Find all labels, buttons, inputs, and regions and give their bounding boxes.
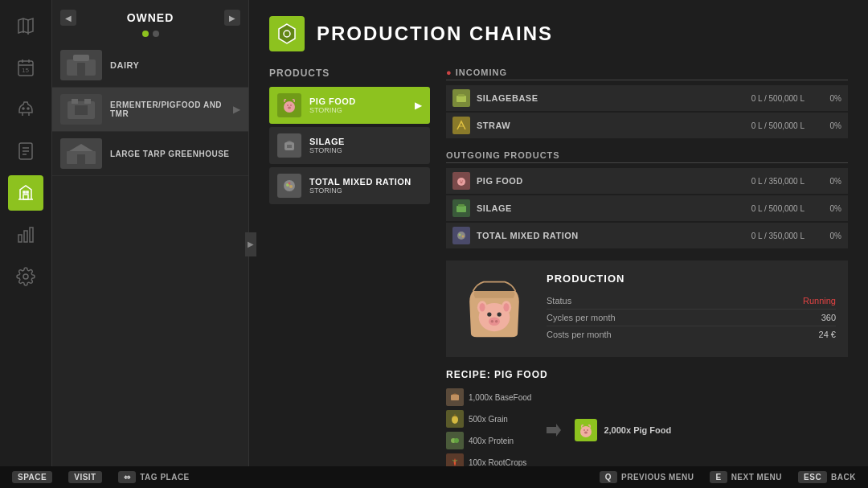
outgoing-silage-name: SILAGE (477, 203, 745, 213)
owned-dot-1 (142, 31, 149, 37)
recipe-ingredient-0: 1,000x BaseFood (446, 388, 531, 406)
sidebar-item-notes[interactable] (8, 133, 43, 169)
owned-item-fermenter-label: ERMENTER/PIGFOOD AND TMR (110, 100, 225, 118)
space-badge: SPACE (12, 471, 52, 483)
prevmenu-badge: Q (600, 471, 617, 483)
bottom-key-back[interactable]: ESC BACK (798, 471, 856, 483)
owned-item-fermenter-thumb (60, 94, 102, 125)
svg-point-47 (457, 232, 465, 240)
production-details: PRODUCTION Status Running Cycles per mon… (547, 273, 836, 345)
tagplace-badge: ⇔ (118, 471, 137, 483)
sidebar-item-map[interactable] (8, 8, 43, 43)
product-item-silage-sub: STORING (309, 146, 422, 154)
outgoing-row-silage: SILAGE 0 L / 500,000 L 0% (446, 195, 848, 221)
recipe-output-icon (575, 419, 597, 441)
owned-dots (52, 31, 248, 43)
bottom-key-prevmenu[interactable]: Q PREVIOUS MENU (600, 471, 694, 483)
svg-rect-22 (72, 99, 78, 104)
product-item-silage[interactable]: SILAGE STORING (269, 127, 430, 164)
owned-dot-2 (153, 31, 159, 37)
recipe-output: 2,000x Pig Food (575, 419, 671, 441)
svg-point-70 (587, 429, 588, 431)
silagebase-icon (452, 89, 470, 107)
straw-icon (452, 117, 470, 134)
recipe-title: RECIPE: PIG FOOD (446, 369, 848, 380)
svg-rect-33 (287, 145, 292, 148)
svg-rect-19 (73, 55, 89, 61)
owned-item-fermenter[interactable]: ERMENTER/PIGFOOD AND TMR ▶ (52, 88, 248, 132)
production-costs-value: 24 € (819, 330, 836, 339)
svg-rect-14 (18, 235, 22, 242)
svg-point-71 (584, 431, 588, 433)
bottom-key-space[interactable]: SPACE (12, 471, 52, 483)
details-column: ● INCOMING SILAGEBASE 0 L / 500,000 L 0% (446, 68, 848, 466)
main-content: PRODUCTION CHAINS PRODUCTS (249, 0, 868, 466)
incoming-title: ● INCOMING (446, 68, 848, 80)
sidebar: 15 (0, 0, 52, 488)
product-item-pigfood[interactable]: PIG FOOD STORING ▶ (269, 87, 430, 124)
incoming-section: ● INCOMING SILAGEBASE 0 L / 500,000 L 0% (446, 68, 848, 138)
outgoing-tmr-icon (452, 227, 470, 244)
incoming-row-silagebase: SILAGEBASE 0 L / 500,000 L 0% (446, 85, 848, 111)
sidebar-item-buildings[interactable] (8, 175, 43, 211)
recipe-layout: 1,000x BaseFood (446, 388, 848, 466)
svg-point-30 (290, 105, 292, 106)
recipe-ingredient-1-text: 500x Grain (469, 415, 508, 424)
basefood-icon (446, 388, 464, 406)
outgoing-pigfood-pct: 0% (819, 177, 841, 186)
owned-item-dairy[interactable]: DAIRY (52, 43, 248, 88)
svg-rect-23 (84, 99, 91, 104)
straw-name: STRAW (477, 121, 745, 130)
svg-rect-39 (458, 94, 465, 96)
svg-point-53 (480, 303, 485, 312)
product-item-tmr-icon (277, 174, 301, 198)
product-item-tmr-name: TOTAL MIXED RATION (309, 177, 422, 187)
svg-rect-24 (75, 105, 88, 115)
rootcrops-icon (446, 453, 464, 466)
svg-point-42 (460, 180, 461, 182)
grain-icon (446, 410, 464, 428)
svg-marker-67 (547, 424, 561, 437)
sidebar-item-calendar[interactable]: 15 (8, 50, 43, 85)
product-item-tmr[interactable]: TOTAL MIXED RATION STORING (269, 167, 430, 204)
owned-prev-button[interactable]: ◀ (60, 10, 76, 26)
sidebar-item-livestock[interactable] (8, 92, 43, 127)
bottom-key-tagplace[interactable]: ⇔ TAG PLACE (118, 471, 190, 483)
page-icon (269, 16, 305, 51)
recipe-output-text: 2,000x Pig Food (604, 425, 671, 435)
svg-point-69 (583, 429, 585, 431)
svg-point-48 (459, 234, 461, 236)
svg-rect-20 (77, 63, 85, 76)
outgoing-title: OUTGOING PRODUCTS (446, 150, 848, 163)
bottom-key-nextmenu[interactable]: E NEXT MENU (710, 471, 782, 483)
bottom-key-visit[interactable]: VISIT (68, 471, 102, 483)
owned-item-greenhouse[interactable]: LARGE TARP GREENHOUSE (52, 132, 248, 176)
owned-item-greenhouse-label: LARGE TARP GREENHOUSE (110, 150, 229, 158)
owned-next-button[interactable]: ▶ (224, 10, 240, 26)
page-header: PRODUCTION CHAINS (269, 16, 848, 51)
svg-text:15: 15 (22, 67, 29, 74)
owned-item-dairy-label: DAIRY (110, 60, 139, 70)
svg-point-54 (503, 303, 509, 312)
outgoing-section: OUTGOING PRODUCTS PIG FOOD 0 L / 350,000… (446, 150, 848, 248)
owned-panel: ◀ OWNED ▶ DAIRY ERMENTER/PIGFOOD AND (52, 0, 249, 466)
sidebar-item-config[interactable] (8, 259, 43, 294)
svg-point-49 (462, 236, 465, 238)
svg-point-31 (288, 107, 291, 109)
recipe-ingredient-1: 500x Grain (446, 410, 531, 428)
side-expand-button[interactable]: ▶ (245, 232, 256, 256)
svg-rect-60 (451, 395, 459, 400)
nextmenu-label: NEXT MENU (731, 473, 782, 482)
outgoing-silage-amount: 0 L / 500,000 L (751, 204, 805, 213)
production-cycles-key: Cycles per month (547, 313, 616, 322)
recipe-arrow-container (543, 420, 563, 440)
outgoing-tmr-pct: 0% (819, 232, 841, 240)
product-item-silage-info: SILAGE STORING (309, 137, 422, 154)
svg-rect-16 (30, 228, 33, 242)
production-bag (458, 273, 530, 345)
visit-badge: VISIT (68, 471, 102, 483)
product-item-tmr-info: TOTAL MIXED RATION STORING (309, 177, 422, 195)
sidebar-item-stats[interactable] (8, 217, 43, 252)
owned-item-fermenter-arrow: ▶ (233, 104, 240, 115)
recipe-ingredient-2-text: 400x Protein (469, 437, 514, 445)
